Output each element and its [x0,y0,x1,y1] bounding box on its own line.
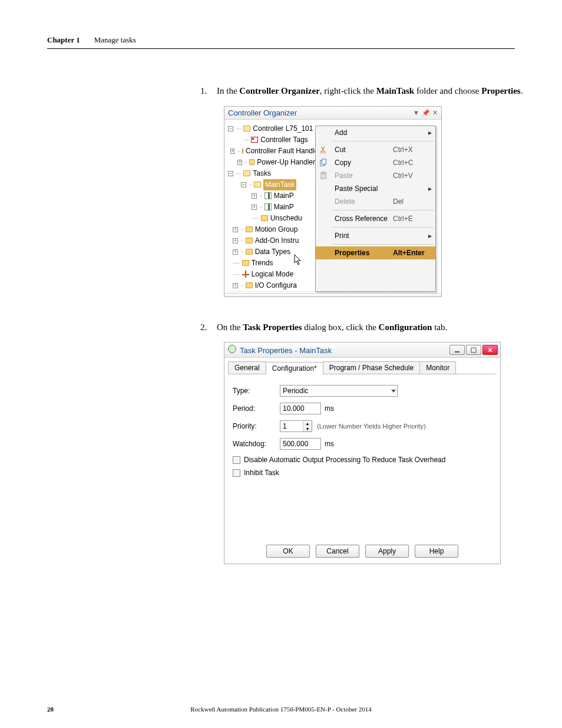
collapse-icon[interactable]: − [228,126,233,131]
task-properties-dialog: Task Properties - MainTask General Confi… [224,342,501,564]
text: . [521,86,523,95]
folder-icon [246,249,253,255]
folder-icon [242,148,243,154]
text: folder and choose [414,86,481,95]
expand-icon[interactable]: + [233,283,238,288]
cancel-button[interactable]: Cancel [316,545,359,558]
tab-bar: General Configuration* Program / Phase S… [228,361,497,374]
menu-item-paste-special[interactable]: Paste Special▸ [316,182,435,195]
step-1: 1. In the Controller Organizer, right-cl… [200,84,530,98]
folder-icon [261,215,268,221]
tags-icon [251,137,258,143]
expand-icon[interactable]: + [233,238,238,243]
tree-item[interactable]: Controller Tags [260,134,308,146]
menu-item-properties[interactable]: PropertiesAlt+Enter [316,246,435,259]
watchdog-field[interactable]: 500.000 [280,438,321,450]
type-value: Periodic [283,387,308,395]
apply-button[interactable]: Apply [365,545,409,558]
tree-item[interactable]: Power-Up Handler [257,157,315,168]
expand-icon[interactable]: + [230,149,234,154]
period-value: 10.000 [283,404,305,413]
ok-button[interactable]: OK [266,545,310,558]
tree-item[interactable]: I/O Configura [255,280,297,291]
tree-item[interactable]: Logical Mode [252,269,293,280]
expand-icon[interactable]: + [233,227,238,232]
menu-item-paste: PasteCtrl+V [316,169,435,182]
close-icon[interactable]: ✕ [432,109,438,117]
type-label: Type: [233,387,280,395]
tree-item[interactable]: Controller Fault Handler [246,146,320,157]
text: In the [217,86,239,95]
watchdog-unit: ms [325,440,334,448]
cut-icon [319,146,328,154]
disable-output-checkbox[interactable] [233,456,240,464]
period-unit: ms [325,404,334,413]
menu-item-cut[interactable]: CutCtrl+X [316,143,435,156]
tree-item[interactable]: Trends [252,258,273,269]
tree-item[interactable]: Controller L75_101 [253,123,313,134]
panel-title: Controller Organizer [228,108,297,117]
tab-schedule[interactable]: Program / Phase Schedule [323,361,420,374]
stepper-up-icon[interactable]: ▲ [303,421,312,426]
expand-icon[interactable]: + [237,160,242,165]
chapter-label: Chapter 1 [47,35,80,45]
tab-general[interactable]: General [228,361,266,374]
dropdown-icon[interactable]: ▼ [413,109,419,116]
tab-monitor[interactable]: Monitor [419,361,456,374]
tree-item[interactable]: Motion Group [255,224,298,235]
priority-label: Priority: [233,422,280,430]
tree-item-selected[interactable]: MainTask [263,179,297,190]
maximize-button[interactable] [466,345,481,355]
collapse-icon[interactable]: − [241,182,246,187]
close-button[interactable] [482,345,498,355]
inhibit-task-checkbox[interactable] [233,469,240,477]
expand-icon[interactable]: + [252,205,257,210]
priority-hint: (Lower Number Yields Higher Priority) [317,423,426,430]
logical-model-icon [242,271,249,278]
copy-icon [319,159,328,167]
type-dropdown[interactable]: Periodic [280,385,398,397]
period-label: Period: [233,404,280,413]
watchdog-value: 500.000 [283,440,308,448]
menu-item-copy[interactable]: CopyCtrl+C [316,156,435,169]
menu-item-print[interactable]: Print▸ [316,229,435,242]
svg-rect-7 [471,348,476,353]
folder-icon [242,260,249,266]
menu-separator [332,141,434,141]
text: On the [217,322,243,332]
folder-icon [246,238,253,243]
tree-item[interactable]: MainP [274,202,294,213]
step-number: 1. [200,84,209,98]
expand-icon[interactable]: + [252,193,257,199]
tree-item[interactable]: Add-On Instru [255,235,299,246]
collapse-icon[interactable]: − [228,171,233,176]
divider [47,48,515,49]
pin-icon[interactable]: 📌 [422,109,430,117]
tree-item[interactable]: Data Types [255,246,290,258]
inhibit-task-label: Inhibit Task [244,469,279,477]
controller-organizer-panel: Controller Organizer ▼ 📌 ✕ −····Controll… [224,106,442,297]
period-field[interactable]: 10.000 [280,403,321,414]
tree-view[interactable]: −····Controller L75_101 ····Controller T… [227,123,315,292]
minimize-button[interactable] [449,345,465,355]
text-bold: Properties [481,86,520,95]
priority-value: 1 [280,422,303,430]
disable-output-label: Disable Automatic Output Processing To R… [244,456,445,464]
menu-item-cross-reference[interactable]: Cross ReferenceCtrl+E [316,212,435,225]
menu-item-add[interactable]: Add▸ [316,126,435,139]
folder-icon [243,126,250,131]
help-button[interactable]: Help [415,545,458,558]
chevron-down-icon [391,390,396,393]
step-number: 2. [200,321,209,334]
tree-item[interactable]: Tasks [253,168,271,179]
stepper-down-icon[interactable]: ▼ [303,426,312,431]
tab-configuration[interactable]: Configuration* [266,362,323,374]
text-bold: Controller Organizer [239,86,320,95]
priority-stepper[interactable]: 1 ▲▼ [280,420,312,432]
dialog-icon [228,345,236,353]
step-2: 2. On the Task Properties dialog box, cl… [200,321,530,334]
expand-icon[interactable]: + [233,249,238,255]
paste-icon [319,172,328,180]
tree-item[interactable]: Unschedu [270,213,302,224]
tree-item[interactable]: MainP [274,190,294,202]
